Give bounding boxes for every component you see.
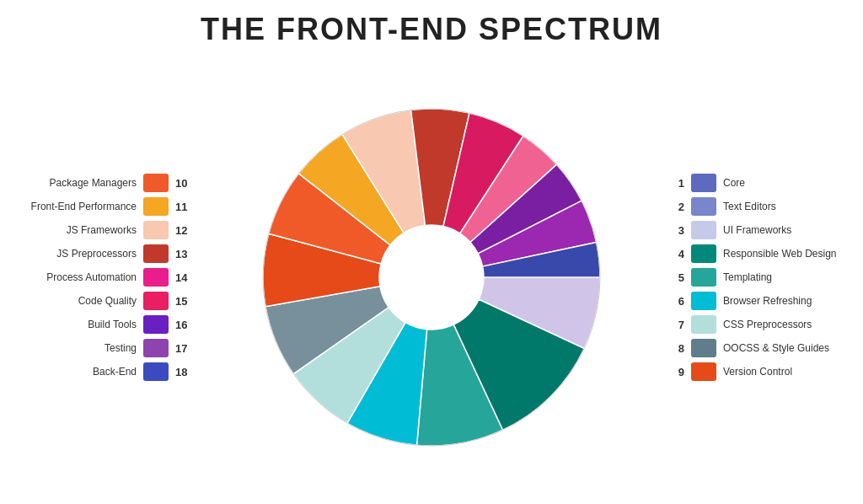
left-legend-number: 17: [175, 342, 194, 355]
right-legend-label: Templating: [723, 271, 846, 283]
left-legend-swatch: [143, 315, 169, 334]
right-legend-swatch: [691, 244, 716, 263]
left-legend-number: 15: [175, 295, 194, 308]
right-legend: 1 Core 2 Text Editors 3 UI Frameworks 4 …: [669, 174, 855, 381]
right-legend-swatch: [691, 174, 716, 192]
right-legend-number: 6: [669, 295, 684, 308]
left-legend-swatch: [143, 292, 169, 310]
spectrum-wheel: [255, 100, 608, 454]
left-legend-label: Front-End Performance: [17, 201, 137, 212]
page-title: THE FRONT-END SPECTRUM: [0, 0, 863, 54]
left-legend-item: Back-End 18: [17, 362, 194, 381]
left-legend-swatch: [143, 362, 169, 381]
left-legend-number: 14: [175, 271, 194, 284]
left-legend-label: Build Tools: [17, 319, 137, 330]
right-legend-number: 9: [669, 366, 684, 378]
right-legend-item: 1 Core: [669, 174, 846, 192]
right-legend-number: 3: [669, 224, 684, 237]
right-legend-label: Responsible Web Design: [723, 248, 846, 260]
right-legend-label: Browser Refreshing: [723, 295, 846, 307]
right-legend-number: 7: [669, 319, 684, 331]
left-legend-swatch: [143, 221, 169, 239]
right-legend-label: CSS Preprocessors: [723, 319, 846, 330]
right-legend-item: 5 Templating: [669, 268, 846, 287]
right-legend-swatch: [691, 292, 716, 310]
left-legend-number: 10: [175, 177, 194, 190]
wheel-container: [194, 58, 669, 496]
left-legend-swatch: [143, 339, 169, 357]
left-legend-item: JS Frameworks 12: [17, 221, 194, 239]
left-legend-swatch: [143, 268, 169, 287]
left-legend-swatch: [143, 174, 169, 192]
left-legend-label: JS Preprocessors: [17, 248, 137, 260]
left-legend-number: 16: [175, 319, 194, 331]
left-legend-item: JS Preprocessors 13: [17, 244, 194, 263]
right-legend-item: 7 CSS Preprocessors: [669, 315, 846, 334]
right-legend-label: OOCSS & Style Guides: [723, 342, 846, 354]
right-legend-swatch: [691, 197, 716, 216]
right-legend-swatch: [691, 221, 716, 239]
right-legend-number: 4: [669, 248, 684, 260]
right-legend-item: 9 Version Control: [669, 362, 846, 381]
left-legend-label: JS Frameworks: [17, 224, 137, 236]
right-legend-number: 2: [669, 201, 684, 213]
left-legend-swatch: [143, 244, 169, 263]
left-legend-number: 13: [175, 248, 194, 260]
right-legend-swatch: [691, 268, 716, 287]
left-legend-label: Package Managers: [17, 177, 137, 189]
right-legend-swatch: [691, 339, 716, 357]
left-legend-number: 11: [175, 201, 194, 213]
left-legend-number: 12: [175, 224, 194, 237]
wheel-center: [381, 227, 482, 328]
right-legend-item: 3 UI Frameworks: [669, 221, 846, 239]
right-legend-label: Text Editors: [723, 201, 846, 212]
left-legend-item: Testing 17: [17, 339, 194, 357]
right-legend-item: 6 Browser Refreshing: [669, 292, 846, 310]
left-legend-label: Testing: [17, 342, 137, 354]
left-legend-swatch: [143, 197, 169, 216]
left-legend-item: Code Quality 15: [17, 292, 194, 310]
left-legend-label: Code Quality: [17, 295, 137, 307]
left-legend-item: Build Tools 16: [17, 315, 194, 334]
right-legend-item: 8 OOCSS & Style Guides: [669, 339, 846, 357]
right-legend-item: 2 Text Editors: [669, 197, 846, 216]
right-legend-label: UI Frameworks: [723, 224, 846, 236]
right-legend-number: 1: [669, 177, 684, 190]
right-legend-label: Version Control: [723, 366, 846, 378]
left-legend-label: Process Automation: [17, 271, 137, 283]
left-legend-item: Package Managers 10: [17, 174, 194, 192]
right-legend-item: 4 Responsible Web Design: [669, 244, 846, 263]
right-legend-swatch: [691, 362, 716, 381]
left-legend: Package Managers 10 Front-End Performanc…: [8, 174, 194, 381]
left-legend-item: Front-End Performance 11: [17, 197, 194, 216]
right-legend-swatch: [691, 315, 716, 334]
right-legend-number: 5: [669, 271, 684, 284]
left-legend-item: Process Automation 14: [17, 268, 194, 287]
left-legend-label: Back-End: [17, 366, 137, 378]
right-legend-label: Core: [723, 177, 846, 189]
right-legend-number: 8: [669, 342, 684, 355]
left-legend-number: 18: [175, 366, 194, 378]
